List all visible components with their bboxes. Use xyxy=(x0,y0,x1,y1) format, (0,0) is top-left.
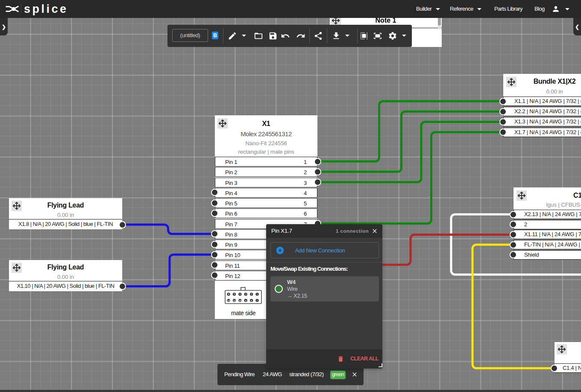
svg-text:2: 2 xyxy=(251,293,252,295)
svg-text:5: 5 xyxy=(234,293,235,295)
svg-text:6: 6 xyxy=(228,293,229,295)
svg-text:8: 8 xyxy=(251,299,252,302)
svg-text:9: 9 xyxy=(245,299,246,302)
svg-text:12: 12 xyxy=(227,299,230,302)
svg-text:7: 7 xyxy=(257,299,258,302)
svg-text:3: 3 xyxy=(245,293,246,295)
svg-text:10: 10 xyxy=(239,299,241,302)
svg-text:4: 4 xyxy=(239,293,241,295)
svg-text:11: 11 xyxy=(233,299,236,302)
svg-text:1: 1 xyxy=(257,293,258,295)
